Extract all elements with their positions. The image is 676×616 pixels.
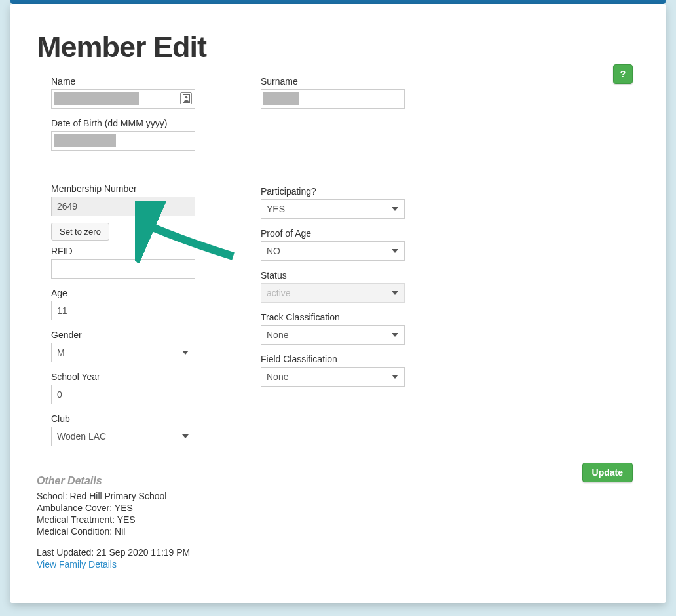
name-label: Name <box>51 76 195 87</box>
member-edit-card: Member Edit ? Name Date of Birth <box>10 4 666 603</box>
redacted-dob <box>54 134 116 147</box>
view-family-details-link[interactable]: View Family Details <box>37 559 117 569</box>
medical-treatment-detail: Medical Treatment: YES <box>37 514 639 525</box>
proof-of-age-select[interactable]: NO <box>261 241 405 261</box>
status-select: active <box>261 283 405 303</box>
club-label: Club <box>51 414 195 424</box>
contact-autofill-icon[interactable] <box>180 92 192 104</box>
other-details-section: Other Details School: Red Hill Primary S… <box>37 475 639 569</box>
help-button[interactable]: ? <box>613 64 633 84</box>
membership-number-input[interactable] <box>51 197 195 216</box>
update-button[interactable]: Update <box>582 463 633 482</box>
redacted-name <box>54 92 139 105</box>
redacted-surname <box>263 92 299 105</box>
school-year-label: School Year <box>51 372 195 382</box>
club-select[interactable]: Woden LAC <box>51 427 195 446</box>
rfid-label: RFID <box>51 246 195 256</box>
ambulance-detail: Ambulance Cover: YES <box>37 503 639 513</box>
track-classification-label: Track Classification <box>261 312 405 322</box>
track-classification-select[interactable]: None <box>261 325 405 345</box>
field-classification-select[interactable]: None <box>261 367 405 387</box>
dob-label: Date of Birth (dd MMM yyyy) <box>51 118 195 128</box>
svg-point-1 <box>185 96 187 98</box>
help-icon: ? <box>620 69 626 79</box>
medical-condition-detail: Medical Condition: Nil <box>37 526 639 537</box>
age-input[interactable] <box>51 301 195 320</box>
right-column: Surname Participating? YES <box>261 76 405 455</box>
school-year-input[interactable] <box>51 385 195 404</box>
surname-label: Surname <box>261 76 405 87</box>
membership-number-label: Membership Number <box>51 183 195 194</box>
set-to-zero-button[interactable]: Set to zero <box>51 223 109 241</box>
rfid-input[interactable] <box>51 259 195 279</box>
left-column: Name Date of Birth (dd MMM yyyy) <box>51 76 195 455</box>
school-detail: School: Red Hill Primary School <box>37 491 639 501</box>
participating-label: Participating? <box>261 186 405 197</box>
page-title: Member Edit <box>37 30 639 64</box>
participating-select[interactable]: YES <box>261 199 405 219</box>
age-label: Age <box>51 288 195 298</box>
status-label: Status <box>261 270 405 280</box>
proof-of-age-label: Proof of Age <box>261 228 405 239</box>
gender-select[interactable]: M <box>51 343 195 362</box>
last-updated-detail: Last Updated: 21 Sep 2020 11:19 PM <box>37 547 639 558</box>
other-details-heading: Other Details <box>37 475 639 487</box>
gender-label: Gender <box>51 330 195 340</box>
field-classification-label: Field Classification <box>261 354 405 364</box>
